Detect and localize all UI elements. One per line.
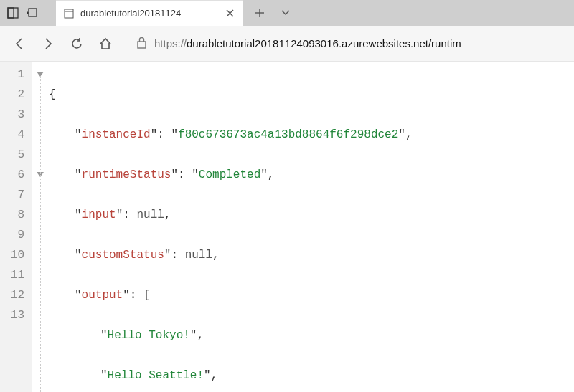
line-number: 8 <box>4 205 24 225</box>
svg-rect-2 <box>29 9 37 16</box>
line-number: 1 <box>4 64 24 85</box>
line-number: 2 <box>4 85 24 105</box>
json-key: input <box>82 209 116 221</box>
tab-close-button[interactable] <box>224 8 235 19</box>
tab-favicon-icon <box>63 8 75 19</box>
window-layout-icon[interactable] <box>6 6 20 20</box>
svg-rect-3 <box>65 9 73 18</box>
tab-setaside-icon[interactable] <box>24 6 39 20</box>
home-button[interactable] <box>93 32 118 56</box>
json-key: runtimeStatus <box>82 168 171 181</box>
json-value: Hello Tokyo! <box>108 329 190 342</box>
new-tab-button[interactable] <box>248 1 271 24</box>
fold-gutter <box>32 62 49 392</box>
json-viewer: 1 2 3 4 5 6 7 8 9 10 11 12 13 { "instanc… <box>0 62 574 392</box>
line-number: 5 <box>4 145 24 165</box>
json-value: f80c673673ac4a13bd8864f6f298dce2 <box>178 128 398 141</box>
url-text: https://durabletutorial20181124093016.az… <box>154 37 461 49</box>
code-content[interactable]: { "instanceId": "f80c673673ac4a13bd8864f… <box>49 62 412 392</box>
json-value: Hello Seattle! <box>108 369 204 382</box>
browser-toolbar: https://durabletutorial20181124093016.az… <box>0 26 574 62</box>
line-number: 6 <box>4 165 24 185</box>
window-titlebar: durabletutorial20181124 <box>0 0 574 26</box>
tab-title: durabletutorial20181124 <box>80 8 218 19</box>
svg-rect-1 <box>8 8 14 18</box>
forward-button[interactable] <box>36 32 60 56</box>
json-value: null <box>136 209 164 221</box>
fold-toggle-icon[interactable] <box>32 64 49 85</box>
url-host-path: durabletutorial20181124093016.azurewebsi… <box>187 37 461 49</box>
json-value: Completed <box>199 168 260 181</box>
line-number-gutter: 1 2 3 4 5 6 7 8 9 10 11 12 13 <box>0 62 32 392</box>
line-number: 13 <box>4 305 24 325</box>
back-button[interactable] <box>7 32 32 56</box>
titlebar-left-controls <box>0 0 56 26</box>
line-number: 10 <box>4 245 24 265</box>
titlebar-right-controls <box>243 0 297 26</box>
browser-tab-active[interactable]: durabletutorial20181124 <box>56 0 243 26</box>
json-key: customStatus <box>82 249 164 262</box>
svg-rect-0 <box>8 8 18 18</box>
json-value: null <box>185 249 212 262</box>
lock-icon <box>136 37 147 51</box>
url-protocol: https:// <box>154 37 187 49</box>
line-number: 3 <box>4 105 24 125</box>
address-bar[interactable]: https://durabletutorial20181124093016.az… <box>122 32 567 56</box>
line-number: 7 <box>4 185 24 205</box>
fold-toggle-icon[interactable] <box>32 165 49 185</box>
line-number: 4 <box>4 125 24 145</box>
svg-rect-9 <box>138 42 146 48</box>
tab-dropdown-button[interactable] <box>274 1 297 24</box>
json-key: instanceId <box>82 128 151 141</box>
line-number: 12 <box>4 285 24 305</box>
json-key: output <box>82 289 123 302</box>
line-number: 9 <box>4 225 24 245</box>
line-number: 11 <box>4 265 24 285</box>
refresh-button[interactable] <box>65 32 89 56</box>
